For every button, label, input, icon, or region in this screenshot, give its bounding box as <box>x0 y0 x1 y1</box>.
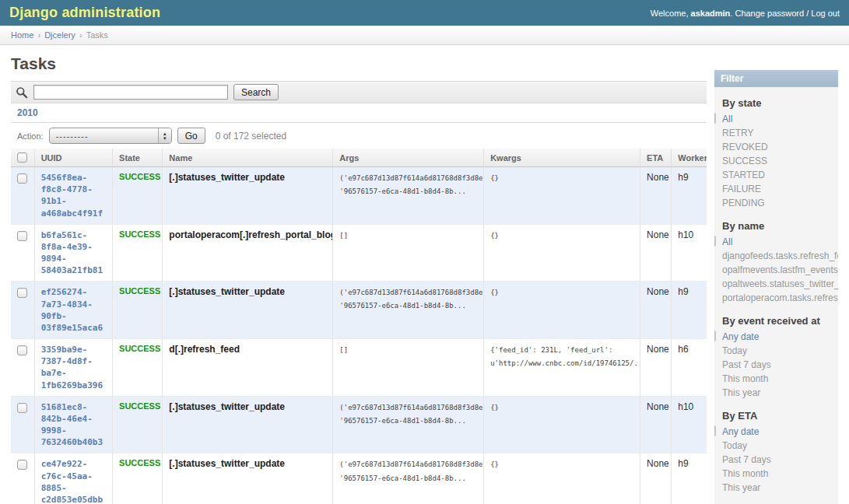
name-cell: [.]statuses_twitter_update <box>163 453 333 504</box>
username: askadmin <box>691 9 731 18</box>
filter-option-link[interactable]: Past 7 days <box>722 454 771 465</box>
filter-group-title: By ETA <box>714 410 838 422</box>
row-checkbox[interactable] <box>17 403 27 413</box>
args-cell: ('e97c687d13d87f614a6d81768d8f3d8e', '96… <box>333 282 484 339</box>
filter-option: This month <box>714 467 838 481</box>
state-cell: SUCCESS <box>113 224 163 282</box>
args-cell: ('e97c687d13d87f614a6d81768d8f3d8e', '96… <box>333 453 484 504</box>
search-input[interactable] <box>33 85 228 100</box>
site-title: Django administration <box>9 5 160 21</box>
column-header-eta: ETA <box>640 149 672 167</box>
eta-cell: None <box>640 282 672 339</box>
worker-cell: h9 <box>672 282 707 339</box>
admin-header: Django administration Welcome, askadmin.… <box>0 0 849 26</box>
filter-option-link[interactable]: portaloperacom.tasks.refresh_portal_blog <box>722 292 838 303</box>
breadcrumb-item: Tasks <box>86 30 108 40</box>
filter-option: opaltweets.statuses_twitter_update <box>714 277 838 291</box>
filter-option: Any date <box>714 425 838 439</box>
filter-option: This year <box>714 386 838 400</box>
filter-option-link[interactable]: All <box>722 114 732 124</box>
row-checkbox[interactable] <box>17 173 27 184</box>
filter-group-title: By state <box>714 97 838 109</box>
filter-option: portaloperacom.tasks.refresh_portal_blog <box>714 291 838 305</box>
filter-option-link[interactable]: Today <box>722 440 747 451</box>
filter-option: Today <box>714 439 838 453</box>
action-label: Action: <box>17 131 44 141</box>
filter-option-link[interactable]: STARTED <box>722 170 765 180</box>
task-uuid-link[interactable]: ce47e922-c76c-45aa-8885-c2d853e05dbb <box>41 459 103 504</box>
logout-link[interactable]: Log out <box>811 9 840 18</box>
state-cell: SUCCESS <box>113 453 163 504</box>
uuid-cell: b6fa561c-8f8a-4e39-9894-58403a21fb81 <box>34 224 112 282</box>
breadcrumb-item[interactable]: Djcelery <box>44 30 75 40</box>
filter-option-link[interactable]: This year <box>722 387 760 398</box>
action-select-value: --------- <box>50 131 158 141</box>
column-header-name: Name <box>163 149 333 167</box>
filter-options: Alldjangofeeds.tasks.refresh_feedopalfme… <box>714 235 838 305</box>
column-header-args: Args <box>333 149 484 167</box>
filter-option: All <box>714 235 838 249</box>
task-uuid-link[interactable]: 5456f8ea-f8c8-4778-91b1-a468abc4f91f <box>41 173 103 219</box>
filter-option-link[interactable]: opaltweets.statuses_twitter_update <box>722 278 838 289</box>
changelist: Search 2010 Action: --------- ▲▼ Go 0 of… <box>11 81 707 504</box>
filter-option: Any date <box>714 330 838 344</box>
task-table-body: 5456f8ea-f8c8-4778-91b1-a468abc4f91fSUCC… <box>11 167 707 504</box>
filter-option-link[interactable]: This month <box>722 373 768 384</box>
filter-options: Any dateTodayPast 7 daysThis monthThis y… <box>714 425 838 495</box>
eta-cell: None <box>640 453 672 504</box>
state-cell: SUCCESS <box>113 396 163 453</box>
kwargs-cell: {'feed_id': 231L, 'feed_url': u'http://w… <box>484 339 640 397</box>
worker-cell: h9 <box>672 167 707 225</box>
date-hierarchy-year-link[interactable]: 2010 <box>17 107 38 118</box>
filter-option-link[interactable]: PENDING <box>722 198 765 208</box>
action-select[interactable]: --------- ▲▼ <box>49 128 172 144</box>
kwargs-cell: {} <box>484 224 640 282</box>
table-row: 5456f8ea-f8c8-4778-91b1-a468abc4f91fSUCC… <box>11 167 707 225</box>
task-uuid-link[interactable]: 3359ba9e-7387-4d8f-ba7e-1fb6269ba396 <box>41 345 103 390</box>
row-checkbox[interactable] <box>17 460 27 470</box>
worker-cell: h10 <box>672 224 707 282</box>
column-header-state: State <box>113 149 163 167</box>
task-uuid-link[interactable]: 51681ec8-842b-46e4-9998-7632460b40b3 <box>41 402 103 448</box>
row-checkbox[interactable] <box>17 345 27 355</box>
breadcrumb-separator: › <box>35 30 43 40</box>
filter-option-link[interactable]: Past 7 days <box>722 359 771 370</box>
filter-option-link[interactable]: opalfmevents.lastfm_events_update <box>722 264 838 275</box>
filter-option-link[interactable]: RETRY <box>722 128 753 138</box>
filter-option-link[interactable]: Any date <box>722 426 759 437</box>
name-cell: d[.]refresh_feed <box>163 339 333 397</box>
action-go-button[interactable]: Go <box>177 128 205 144</box>
table-row: ef256274-7a73-4834-90fb-03f89e15aca6SUCC… <box>11 282 707 339</box>
filter-option: Today <box>714 344 838 358</box>
row-checkbox[interactable] <box>17 231 27 241</box>
filter-option-link[interactable]: REVOKED <box>722 142 768 152</box>
breadcrumb-separator: › <box>77 30 85 40</box>
table-row: ce47e922-c76c-45aa-8885-c2d853e05dbbSUCC… <box>11 453 707 504</box>
change-password-link[interactable]: Change password <box>735 9 804 18</box>
row-checkbox-cell <box>11 453 34 504</box>
filter-option: FAILURE <box>714 182 838 196</box>
filter-option-link[interactable]: Today <box>722 345 747 356</box>
filter-option-link[interactable]: SUCCESS <box>722 156 767 166</box>
filter-option-link[interactable]: All <box>722 236 732 247</box>
breadcrumb-item[interactable]: Home <box>11 30 33 40</box>
filter-option-link[interactable]: Any date <box>722 331 759 342</box>
filter-title: Filter <box>714 70 838 87</box>
name-cell: portaloperacom[.]refresh_portal_blog <box>163 224 333 282</box>
task-uuid-link[interactable]: ef256274-7a73-4834-90fb-03f89e15aca6 <box>41 287 103 333</box>
select-all-checkbox[interactable] <box>17 152 27 163</box>
filter-option-link[interactable]: This year <box>722 482 760 493</box>
eta-cell: None <box>640 339 672 397</box>
args-cell: ('e97c687d13d87f614a6d81768d8f3d8e', '96… <box>333 167 484 225</box>
filter-option-link[interactable]: djangofeeds.tasks.refresh_feed <box>722 250 838 261</box>
search-button[interactable]: Search <box>233 84 279 100</box>
filter-option-link[interactable]: FAILURE <box>722 184 761 194</box>
eta-cell: None <box>640 167 672 225</box>
row-checkbox[interactable] <box>17 288 27 298</box>
actions-bar: Action: --------- ▲▼ Go 0 of 172 selecte… <box>11 123 707 149</box>
state-cell: SUCCESS <box>113 339 163 397</box>
task-uuid-link[interactable]: b6fa561c-8f8a-4e39-9894-58403a21fb81 <box>41 230 103 276</box>
user-tools: Welcome, askadmin. Change password / Log… <box>651 9 840 18</box>
filter-option-link[interactable]: This month <box>722 468 768 479</box>
table-row: 51681ec8-842b-46e4-9998-7632460b40b3SUCC… <box>11 396 707 453</box>
